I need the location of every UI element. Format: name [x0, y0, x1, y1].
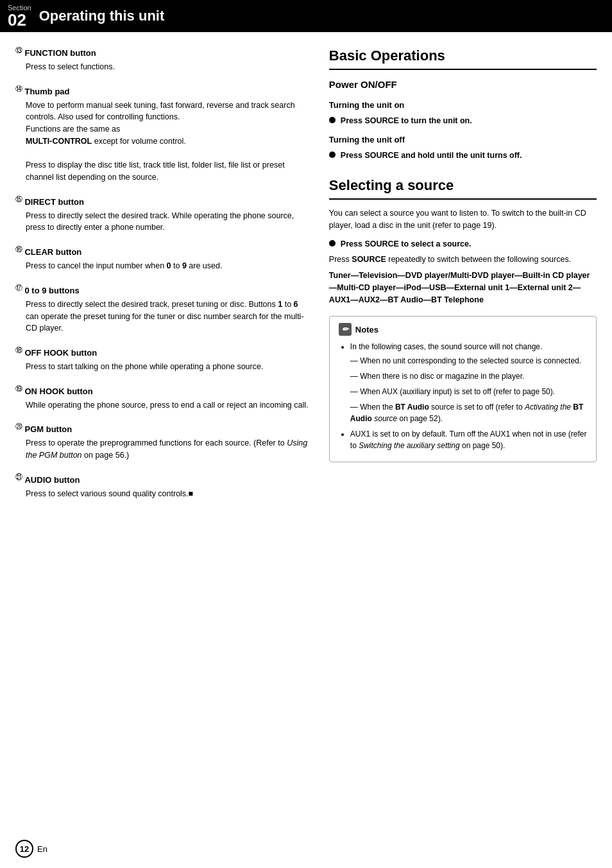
note-sub-list-1: When no unit corresponding to the select… [350, 355, 587, 424]
section-num-13: ⑬ [15, 46, 22, 54]
section-heading-21: AUDIO button [24, 475, 80, 485]
turning-off-bullet: Press SOURCE and hold until the unit tur… [329, 150, 597, 162]
note-sub-1-4: When the BT Audio source is set to off (… [350, 401, 587, 424]
left-column: ⑬ FUNCTION button Press to select functi… [15, 45, 310, 510]
section-pgm-button: ⑳ PGM button Press to operate the prepro… [15, 421, 310, 461]
page-header: Section 02 Operating this unit [0, 0, 612, 32]
section-clear-button: ⑯ CLEAR button Press to cancel the input… [15, 244, 310, 272]
section-thumb-pad: ⑭ Thumb pad Move to perform manual seek … [15, 83, 310, 184]
section-off-hook-button: ⑱ OFF HOOK button Press to start talking… [15, 345, 310, 373]
notes-box: ✏ Notes In the following cases, the soun… [329, 316, 597, 462]
section-body-19: While operating the phone source, press … [26, 399, 310, 412]
turning-off-heading: Turning the unit off [329, 134, 597, 146]
selecting-section: Selecting a source You can select a sour… [329, 175, 597, 306]
section-num-18: ⑱ [15, 346, 22, 354]
basic-operations-heading: Basic Operations [329, 45, 597, 70]
section-heading-13: FUNCTION button [24, 48, 96, 58]
notes-list: In the following cases, the sound source… [350, 341, 587, 451]
section-heading-16: CLEAR button [24, 247, 81, 257]
power-on-off-heading: Power ON/OFF [329, 78, 597, 92]
selecting-bullet-text: Press SOURCE to select a source. [341, 238, 472, 250]
footer: 12 En [15, 840, 47, 858]
selecting-intro: You can select a source you want to list… [329, 207, 597, 232]
turning-on-bullet: Press SOURCE to turn the unit on. [329, 115, 597, 127]
section-num-21: ㉑ [15, 473, 22, 481]
notes-label: Notes [355, 324, 378, 336]
page-number: 12 [15, 840, 33, 858]
section-body-15: Press to directly select the desired tra… [26, 210, 310, 234]
language-label: En [37, 844, 47, 854]
section-body-14: Move to perform manual seek tuning, fast… [26, 100, 310, 184]
section-num-16: ⑯ [15, 245, 22, 253]
section-number: 02 [8, 12, 31, 28]
turning-on-text: Press SOURCE to turn the unit on. [341, 115, 472, 127]
turning-on-heading: Turning the unit on [329, 99, 597, 112]
section-body-16: Press to cancel the input number when 0 … [26, 260, 310, 272]
note-sub-1-1: When no unit corresponding to the select… [350, 355, 587, 367]
bullet-dot-2 [329, 152, 336, 158]
right-column: Basic Operations Power ON/OFF Turning th… [329, 45, 597, 510]
selecting-detail-1: Press SOURCE repeatedly to switch betwee… [329, 254, 597, 266]
section-heading-14: Thumb pad [24, 87, 69, 96]
section-audio-button: ㉑ AUDIO button Press to select various s… [15, 472, 310, 500]
page-title: Operating this unit [39, 8, 165, 24]
section-body-13: Press to select functions. [26, 61, 310, 73]
note-sub-1-3: When AUX (auxiliary input) is set to off… [350, 386, 587, 397]
turning-off-text: Press SOURCE and hold until the unit tur… [341, 150, 522, 162]
section-num-15: ⑮ [15, 195, 22, 203]
bullet-dot-1 [329, 117, 336, 123]
section-function-button: ⑬ FUNCTION button Press to select functi… [15, 45, 310, 73]
section-heading-17: 0 to 9 buttons [24, 286, 79, 295]
section-0-9-buttons: ⑰ 0 to 9 buttons Press to directly selec… [15, 282, 310, 334]
section-body-20: Press to operate the preprogrammed funct… [26, 437, 310, 462]
section-heading-18: OFF HOOK button [24, 348, 97, 358]
section-num-17: ⑰ [15, 284, 22, 291]
section-heading-15: DIRECT button [24, 197, 83, 207]
main-content: ⑬ FUNCTION button Press to select functi… [0, 32, 612, 523]
note-item-2: AUX1 is set to on by default. Turn off t… [350, 428, 587, 451]
notes-header: ✏ Notes [339, 323, 587, 336]
section-body-17: Press to directly select the desired tra… [26, 299, 310, 334]
section-num-20: ⑳ [15, 422, 22, 430]
section-heading-19: ON HOOK button [24, 386, 92, 396]
section-num-19: ⑲ [15, 385, 22, 392]
section-num-14: ⑭ [15, 85, 22, 92]
section-on-hook-button: ⑲ ON HOOK button While operating the pho… [15, 383, 310, 412]
section-body-21: Press to select various sound quality co… [26, 488, 310, 500]
section-heading-20: PGM button [24, 425, 72, 435]
selecting-bullet: Press SOURCE to select a source. [329, 238, 597, 250]
selecting-heading: Selecting a source [329, 175, 597, 200]
note-item-1: In the following cases, the sound source… [350, 341, 587, 424]
note-sub-1-2: When there is no disc or magazine in the… [350, 370, 587, 382]
bullet-dot-3 [329, 240, 336, 247]
section-body-18: Press to start talking on the phone whil… [26, 361, 310, 373]
section-direct-button: ⑮ DIRECT button Press to directly select… [15, 194, 310, 234]
selecting-detail-2: Tuner—Television—DVD player/Multi-DVD pl… [329, 270, 597, 306]
notes-icon: ✏ [339, 323, 352, 336]
